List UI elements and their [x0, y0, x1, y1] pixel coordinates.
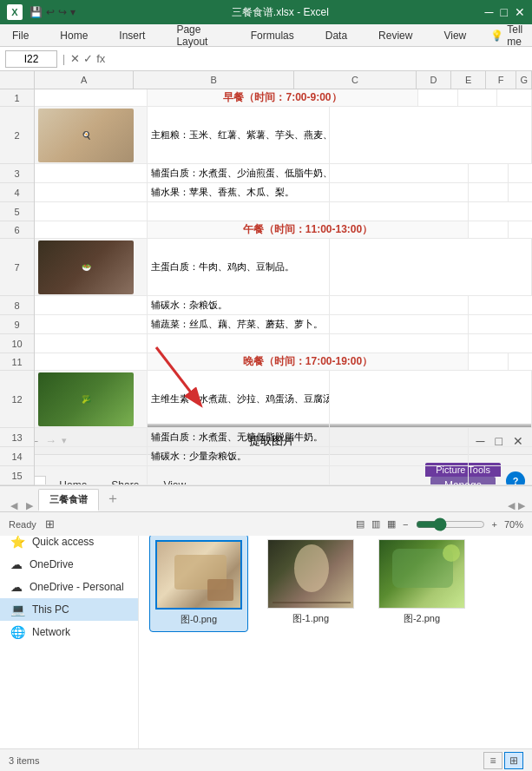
tab-scroll-right[interactable]: ▶: [23, 500, 36, 511]
page-layout-icon[interactable]: ⊞: [45, 517, 55, 530]
cell-b15[interactable]: [148, 466, 330, 484]
cell-c5[interactable]: [330, 202, 469, 221]
col-header-g[interactable]: G: [516, 71, 532, 89]
tell-me[interactable]: 💡 Tell me: [490, 23, 527, 48]
cell-a15[interactable]: [35, 466, 148, 484]
zoom-minus[interactable]: −: [403, 519, 408, 530]
cell-b2[interactable]: 主粗粮：玉米、红薯、紫薯、芋头、燕麦、小米粥。: [148, 107, 330, 163]
page-view-icon[interactable]: ▥: [371, 518, 380, 530]
fx-icon[interactable]: fx: [96, 52, 105, 65]
cell-a13[interactable]: [35, 428, 148, 446]
cell-c8[interactable]: [330, 296, 469, 314]
cell-e1[interactable]: [458, 89, 497, 106]
cell-b1[interactable]: 早餐（时间：7:00-9:00）: [148, 89, 418, 106]
cell-a1[interactable]: [35, 89, 148, 106]
zoom-plus[interactable]: +: [492, 519, 497, 530]
cell-b13[interactable]: 辅蛋白质：水煮蛋、无糖低脂脱脂牛奶。: [148, 428, 330, 446]
cell-b14[interactable]: 辅碳水：少量杂粮饭。: [148, 447, 330, 465]
col-header-a[interactable]: A: [35, 71, 134, 89]
sidebar-item-this-pc[interactable]: 💻 This PC: [0, 598, 138, 621]
cell-c13[interactable]: [330, 428, 469, 446]
cell-a12[interactable]: 🥦: [35, 371, 148, 427]
cell-d4[interactable]: [469, 183, 509, 201]
file-item-1[interactable]: 图-1.png: [262, 534, 359, 632]
col-header-d[interactable]: D: [417, 71, 452, 89]
cell-a3[interactable]: [35, 164, 148, 182]
formula-input[interactable]: [110, 53, 527, 65]
save-icon[interactable]: 💾: [30, 6, 43, 18]
cell-d11[interactable]: [469, 353, 509, 370]
cell-b6[interactable]: 午餐（时间：11:00-13:00）: [148, 221, 469, 238]
cell-c9[interactable]: [330, 315, 469, 333]
sidebar-item-onedrive[interactable]: ☁ OneDrive: [0, 553, 138, 576]
confirm-formula-icon[interactable]: ✓: [83, 52, 93, 65]
tab-home[interactable]: Home: [53, 26, 95, 45]
cell-b8[interactable]: 辅碳水：杂粮饭。: [148, 296, 330, 314]
col-header-f[interactable]: F: [486, 71, 516, 89]
tab-formulas[interactable]: Formulas: [244, 26, 301, 45]
cell-b5[interactable]: [148, 202, 330, 221]
cell-d3[interactable]: [469, 164, 509, 182]
cell-b3[interactable]: 辅蛋白质：水煮蛋、少油煎蛋、低脂牛奶、豆浆。: [148, 164, 330, 182]
file-item-0[interactable]: 图-0.png: [149, 534, 248, 632]
cell-d6[interactable]: [469, 221, 509, 238]
cell-c4[interactable]: [330, 183, 469, 201]
grid-view-button[interactable]: ⊞: [504, 752, 523, 769]
cancel-formula-icon[interactable]: ✕: [70, 52, 80, 65]
sheet-tab-sancan[interactable]: 三餐食谱: [38, 489, 99, 511]
tab-data[interactable]: Data: [319, 26, 354, 45]
redo-icon[interactable]: ↪: [58, 6, 67, 18]
cell-a11[interactable]: [35, 353, 148, 370]
scroll-left-icon[interactable]: ◀: [508, 500, 515, 511]
col-header-b[interactable]: B: [134, 71, 294, 89]
row-num-5: 5: [0, 202, 34, 221]
cell-b10[interactable]: [148, 334, 330, 353]
tab-insert[interactable]: Insert: [112, 26, 152, 45]
cell-f1[interactable]: [497, 89, 532, 106]
tab-view[interactable]: View: [437, 26, 473, 45]
col-header-c[interactable]: C: [294, 71, 417, 89]
cell-a10[interactable]: [35, 334, 148, 353]
cell-a7[interactable]: 🥗: [35, 239, 148, 295]
add-sheet-button[interactable]: ＋: [101, 490, 125, 511]
cell-c12[interactable]: [330, 371, 532, 427]
maximize-button[interactable]: □: [501, 5, 508, 19]
cell-b7[interactable]: 主蛋白质：牛肉、鸡肉、豆制品。: [148, 239, 330, 295]
cell-d1[interactable]: [418, 89, 458, 106]
minimize-button[interactable]: ─: [485, 5, 494, 19]
normal-view-icon[interactable]: ▤: [356, 518, 365, 530]
cell-c14[interactable]: [330, 447, 469, 465]
cell-c2[interactable]: [330, 107, 532, 163]
sidebar-item-network[interactable]: 🌐 Network: [0, 621, 138, 643]
scroll-right-icon[interactable]: ▶: [518, 500, 525, 511]
cell-c3[interactable]: [330, 164, 469, 182]
file-item-2[interactable]: 图-2.png: [373, 534, 470, 632]
tab-scroll-left[interactable]: ◀: [7, 500, 21, 511]
down-arrow[interactable]: ▾: [70, 6, 76, 18]
list-view-button[interactable]: ≡: [483, 752, 502, 769]
cell-b9[interactable]: 辅蔬菜：丝瓜、藕、芹菜、蘑菇、萝卜。: [148, 315, 330, 333]
cell-c7[interactable]: [330, 239, 532, 295]
undo-icon[interactable]: ↩: [46, 6, 55, 18]
cell-a4[interactable]: [35, 183, 148, 201]
sidebar-item-onedrive-personal[interactable]: ☁ OneDrive - Personal: [0, 576, 138, 598]
cell-a5[interactable]: [35, 202, 148, 221]
cell-a6[interactable]: [35, 221, 148, 238]
close-button[interactable]: ✕: [515, 5, 525, 19]
cell-b11[interactable]: 晚餐（时间：17:00-19:00）: [148, 353, 469, 370]
tab-file[interactable]: File: [5, 26, 36, 45]
cell-c10[interactable]: [330, 334, 469, 353]
cell-b4[interactable]: 辅水果：苹果、香蕉、木瓜、梨。: [148, 183, 330, 201]
cell-a9[interactable]: [35, 315, 148, 333]
cell-b12[interactable]: 主维生素：水煮蔬、沙拉、鸡蛋汤、豆腐汤、水果0: [148, 371, 330, 427]
zoom-slider[interactable]: [416, 517, 485, 531]
cell-a8[interactable]: [35, 296, 148, 314]
cell-a14[interactable]: [35, 447, 148, 465]
tab-page-layout[interactable]: Page Layout: [169, 20, 226, 51]
tab-review[interactable]: Review: [371, 26, 419, 45]
cell-a2[interactable]: 🍳: [35, 107, 148, 163]
name-box[interactable]: [5, 50, 57, 68]
page-break-icon[interactable]: ▦: [387, 518, 396, 530]
cell-c15[interactable]: [330, 466, 469, 484]
col-header-e[interactable]: E: [451, 71, 486, 89]
